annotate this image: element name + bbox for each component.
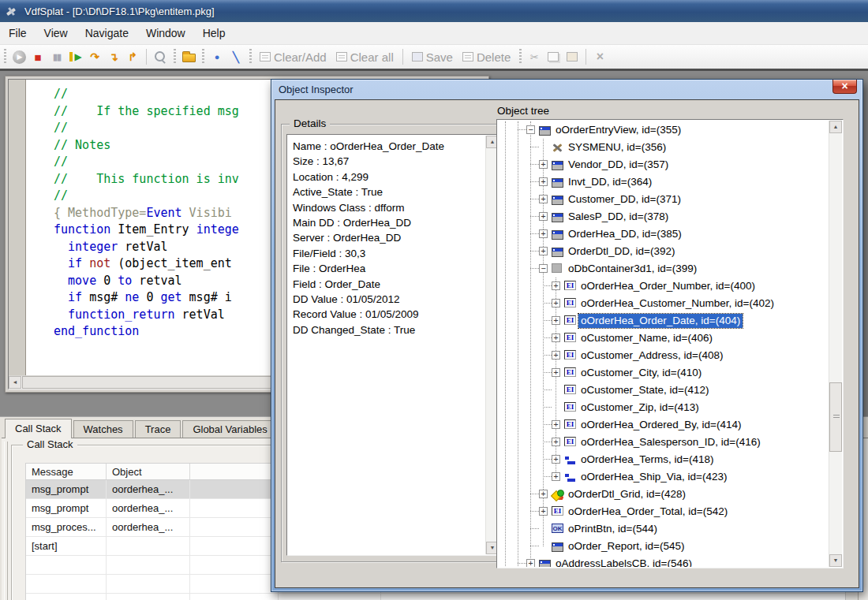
step-over-button[interactable]: ↷ <box>85 47 104 66</box>
expand-box[interactable]: + <box>526 559 535 567</box>
expand-box[interactable]: + <box>552 420 560 429</box>
tree-item[interactable]: +EIoOrderHea_Salesperson_ID, id=(416) <box>498 434 829 451</box>
menu-item-help[interactable]: Help <box>194 22 234 44</box>
detail-line[interactable]: Main DD : OrderHea_DD <box>293 215 485 230</box>
expand-box[interactable]: + <box>552 299 560 307</box>
run-button[interactable]: ▶ <box>9 47 28 66</box>
detail-line[interactable]: Name : oOrderHea_Order_Date <box>293 139 485 154</box>
tree-item[interactable]: +EIoCustomer_Address, id=(408) <box>498 347 829 364</box>
tree-item[interactable]: EIoCustomer_Zip, id=(413) <box>498 399 829 416</box>
menu-item-view[interactable]: View <box>36 22 77 44</box>
tree-item[interactable]: +EIoOrderHea_Ordered_By, id=(414) <box>498 416 829 434</box>
tab-global-variables[interactable]: Global Variables <box>182 420 277 438</box>
clear-add-button[interactable]: Clear/Add <box>255 47 331 66</box>
expand-box[interactable]: + <box>552 472 560 481</box>
tree-item[interactable]: −oDbContainer3d1, id=(399) <box>498 260 829 278</box>
details-list[interactable]: Name : oOrderHea_Order_DateSize : 13,67L… <box>286 134 500 556</box>
tree-item[interactable]: +EIoOrderHea_Order_Total, id=(542) <box>498 503 829 520</box>
tree-item[interactable]: oOrder_Report, id=(545) <box>498 538 829 555</box>
expand-box[interactable]: + <box>552 281 560 290</box>
stop-button[interactable]: ■ <box>28 47 47 66</box>
detail-line[interactable]: DD Value : 01/05/2012 <box>293 292 485 307</box>
expand-box[interactable]: + <box>539 160 548 169</box>
expand-box[interactable]: + <box>552 316 560 325</box>
tree-item[interactable]: EIoCustomer_State, id=(412) <box>498 382 829 399</box>
tree-item[interactable]: +EIoCustomer_Name, id=(406) <box>498 330 829 347</box>
tree-item[interactable]: +EIoCustomer_City, id=(410) <box>498 364 829 382</box>
detail-line[interactable]: File : OrderHea <box>293 261 485 276</box>
detail-line[interactable]: DD Changed_State : True <box>293 322 485 337</box>
entry-field-icon: EI <box>552 506 563 516</box>
detail-line[interactable]: File/Field : 30,3 <box>293 246 485 261</box>
object-tree[interactable]: −oOrderEntryView, id=(355)SYSMENU, id=(3… <box>496 119 844 568</box>
detail-line[interactable]: Windows Class : dfform <box>293 200 485 215</box>
tree-item[interactable]: +EIoOrderHea_Customer_Number, id=(402) <box>498 295 829 312</box>
dialog-title-bar[interactable]: Object Inspector × <box>275 80 859 99</box>
tree-item[interactable]: +oOrderDtl_Grid, id=(428) <box>498 486 829 503</box>
detail-line[interactable]: Location : 4,299 <box>293 170 485 184</box>
scroll-down-button[interactable]: ▼ <box>829 554 842 567</box>
expand-box[interactable]: + <box>539 177 548 186</box>
step-out-button[interactable]: ↱ <box>123 47 142 66</box>
scroll-thumb[interactable] <box>829 382 842 452</box>
expand-box[interactable]: + <box>552 455 560 464</box>
detail-line[interactable]: Size : 13,67 <box>293 154 485 169</box>
tree-item[interactable]: +EIoOrderHea_Order_Date, id=(404) <box>498 312 829 330</box>
detail-line[interactable]: Field : Order_Date <box>293 277 485 292</box>
scroll-left-button[interactable]: ◄ <box>9 376 21 389</box>
expand-box[interactable]: + <box>552 334 560 342</box>
delete-item-button[interactable]: × <box>590 47 609 66</box>
expand-box[interactable]: + <box>539 247 548 255</box>
clear-all-icon <box>336 52 347 61</box>
tab-watches[interactable]: Watches <box>73 420 133 438</box>
tab-trace[interactable]: Trace <box>135 420 181 438</box>
tree-item[interactable]: +oOrderHea_Ship_Via, id=(423) <box>498 468 829 486</box>
menu-item-file[interactable]: File <box>0 22 36 44</box>
step-into-button[interactable]: ↴ <box>104 47 123 66</box>
detail-line[interactable]: Record Value : 01/05/2009 <box>293 307 485 322</box>
pause-button[interactable]: ▮▮ <box>47 47 66 66</box>
tree-item[interactable]: +Invt_DD, id=(364) <box>498 173 829 191</box>
collapse-box[interactable]: − <box>539 264 548 273</box>
expand-box[interactable]: + <box>539 229 548 238</box>
menu-item-navigate[interactable]: Navigate <box>77 22 137 44</box>
save-button[interactable]: Save <box>407 47 458 66</box>
expand-box[interactable]: + <box>539 195 548 203</box>
tree-item[interactable]: +oOrderHea_Terms, id=(418) <box>498 451 829 468</box>
table-row[interactable] <box>26 594 845 600</box>
tree-item[interactable]: +OrderHea_DD, id=(385) <box>498 225 829 243</box>
window-icon <box>552 178 563 188</box>
detail-line[interactable]: Server : OrderHea_DD <box>293 230 485 245</box>
tree-item[interactable]: SYSMENU, id=(356) <box>498 139 829 156</box>
tree-item[interactable]: +Customer_DD, id=(371) <box>498 191 829 208</box>
expand-box[interactable]: + <box>552 351 560 360</box>
clear-all-button[interactable]: Clear all <box>331 47 398 66</box>
detail-line[interactable]: Active_State : True <box>293 184 485 199</box>
expand-box[interactable]: + <box>539 490 548 498</box>
collapse-box[interactable]: − <box>526 125 535 134</box>
tree-item[interactable]: +SalesP_DD, id=(378) <box>498 208 829 225</box>
tab-call-stack[interactable]: Call Stack <box>5 419 72 438</box>
tree-item[interactable]: +oAddressLabelsCB, id=(546) <box>498 555 829 567</box>
clear-breakpoint-button[interactable]: ╲ <box>226 47 245 66</box>
expand-box[interactable]: + <box>539 507 548 516</box>
expand-box[interactable]: + <box>552 368 560 377</box>
tree-item[interactable]: +OrderDtl_DD, id=(392) <box>498 243 829 260</box>
copy-button[interactable] <box>544 47 563 66</box>
close-button[interactable]: × <box>832 80 857 94</box>
tree-item[interactable]: −oOrderEntryView, id=(355) <box>498 121 829 139</box>
tree-item[interactable]: +Vendor_DD, id=(357) <box>498 156 829 173</box>
step-button[interactable]: ▶ <box>66 47 85 66</box>
scroll-up-button[interactable]: ▲ <box>829 121 842 133</box>
paste-button[interactable] <box>563 47 582 66</box>
delete-button[interactable]: Delete <box>458 47 515 66</box>
tree-item[interactable]: OKoPrintBtn, id=(544) <box>498 520 829 538</box>
menu-item-window[interactable]: Window <box>137 22 194 44</box>
find-button[interactable] <box>151 47 170 66</box>
expand-box[interactable]: + <box>539 212 548 221</box>
toggle-breakpoint-button[interactable]: ● <box>208 47 226 66</box>
open-file-button[interactable] <box>179 47 198 66</box>
cut-button[interactable]: ✂ <box>525 47 544 66</box>
expand-box[interactable]: + <box>552 438 560 446</box>
tree-item[interactable]: +EIoOrderHea_Order_Number, id=(400) <box>498 278 829 295</box>
